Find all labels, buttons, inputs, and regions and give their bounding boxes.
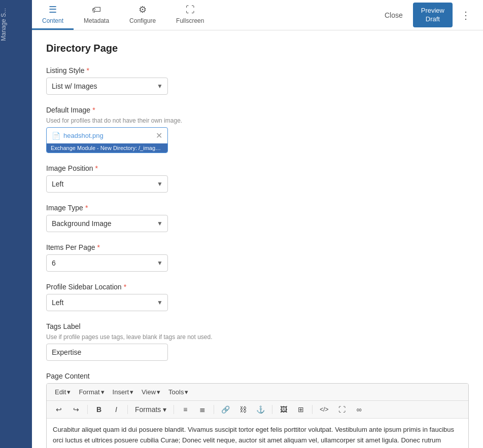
- file-clear-button[interactable]: ✕: [156, 131, 162, 140]
- image-position-required: *: [95, 164, 98, 172]
- sep-1: [87, 405, 88, 414]
- sep-2: [127, 405, 128, 414]
- page-title: Directory Page: [46, 43, 469, 54]
- tags-label-group: Tags Label Use if profile pages use tags…: [46, 322, 469, 361]
- editor-menu-tools[interactable]: Tools ▾: [165, 387, 191, 397]
- editor-content[interactable]: Curabitur aliquet quam id dui posuere bl…: [47, 419, 468, 448]
- editor-menu-format[interactable]: Format ▾: [76, 387, 107, 397]
- manage-label: Manage S...: [0, 0, 7, 49]
- formats-button[interactable]: Formats ▾: [132, 404, 169, 415]
- profile-sidebar-label: Profile Sidebar Location *: [46, 283, 469, 291]
- image-position-select-wrapper: Left Right Center Top ▼: [46, 175, 168, 193]
- tags-label-input[interactable]: [46, 344, 168, 361]
- items-per-page-select-wrapper: 6 10 12 24 All ▼: [46, 254, 168, 272]
- sep-5: [272, 405, 272, 414]
- toolbar-actions: Close PreviewDraft ⋮: [370, 0, 483, 30]
- tab-content[interactable]: ☰ Content: [32, 0, 74, 30]
- file-input-row: 📄 headshot.png ✕: [47, 128, 167, 143]
- anchor-button[interactable]: ⚓: [253, 404, 268, 415]
- fullscreen-tab-icon: ⛶: [186, 5, 195, 15]
- default-image-group: Default Image * Used for profiles that d…: [46, 106, 469, 153]
- configure-icon: ⚙: [139, 4, 147, 15]
- italic-button[interactable]: I: [109, 404, 123, 415]
- tab-fullscreen-label: Fullscreen: [176, 17, 204, 24]
- redo-button[interactable]: ↪: [69, 404, 83, 415]
- tab-fullscreen[interactable]: ⛶ Fullscreen: [166, 0, 214, 30]
- editor-menu-bar: Edit ▾ Format ▾ Insert ▾ View ▾ Tools ▾: [47, 384, 468, 401]
- sep-4: [214, 405, 214, 414]
- items-per-page-select[interactable]: 6 10 12 24 All: [46, 254, 168, 272]
- profile-sidebar-group: Profile Sidebar Location * Left Right No…: [46, 283, 469, 311]
- editor-menu-edit[interactable]: Edit ▾: [52, 387, 74, 397]
- code-button[interactable]: </>: [317, 404, 331, 415]
- modal-body: Directory Page Listing Style * List w/ I…: [32, 30, 483, 448]
- tab-configure-label: Configure: [129, 17, 156, 24]
- file-path: Exchange Module - New Directory: /_image…: [47, 143, 167, 153]
- image-type-label: Image Type *: [46, 204, 469, 212]
- toolbar: ☰ Content 🏷 Metadata ⚙ Configure ⛶ Fulls…: [32, 0, 483, 30]
- more-options-button[interactable]: ⋮: [457, 7, 475, 23]
- tab-metadata[interactable]: 🏷 Metadata: [74, 0, 119, 30]
- profile-sidebar-select-wrapper: Left Right None ▼: [46, 294, 168, 311]
- page-content-label: Page Content: [46, 372, 469, 380]
- file-name: headshot.png: [63, 132, 156, 139]
- image-position-group: Image Position * Left Right Center Top ▼: [46, 164, 469, 193]
- default-image-label: Default Image *: [46, 106, 469, 114]
- tags-label-hint: Use if profile pages use tags, leave bla…: [46, 333, 469, 341]
- image-position-select[interactable]: Left Right Center Top: [46, 175, 168, 193]
- bold-button[interactable]: B: [92, 404, 106, 415]
- preview-draft-button[interactable]: PreviewDraft: [413, 3, 453, 28]
- close-button[interactable]: Close: [378, 8, 409, 22]
- image-type-group: Image Type * Background Image Regular Im…: [46, 204, 469, 232]
- profile-sidebar-select[interactable]: Left Right None: [46, 294, 168, 311]
- listing-style-required: *: [86, 66, 89, 74]
- tab-content-label: Content: [42, 17, 63, 24]
- modal: ☰ Content 🏷 Metadata ⚙ Configure ⛶ Fulls…: [32, 0, 483, 448]
- infinity-button[interactable]: ∞: [352, 404, 366, 415]
- sep-6: [312, 405, 313, 414]
- link-button[interactable]: 🔗: [218, 404, 233, 415]
- page-content-group: Page Content Edit ▾ Format ▾ Insert ▾ Vi…: [46, 372, 469, 448]
- image-type-select-wrapper: Background Image Regular Image Thumbnail…: [46, 215, 168, 232]
- number-list-button[interactable]: ≣: [195, 404, 210, 415]
- editor-menu-view[interactable]: View ▾: [139, 387, 163, 397]
- tab-metadata-label: Metadata: [84, 17, 109, 24]
- undo-button[interactable]: ↩: [52, 404, 66, 415]
- tags-label-label: Tags Label: [46, 322, 469, 330]
- items-per-page-label: Items Per Page *: [46, 243, 469, 251]
- file-input-wrapper: 📄 headshot.png ✕ Exchange Module - New D…: [46, 127, 168, 153]
- format-chevron-icon: ▾: [101, 388, 105, 396]
- insert-image-button[interactable]: 🖼: [277, 404, 291, 415]
- image-type-select[interactable]: Background Image Regular Image Thumbnail: [46, 215, 168, 232]
- content-icon: ☰: [49, 4, 57, 15]
- insert-chevron-icon: ▾: [130, 388, 133, 396]
- editor-wrapper: Edit ▾ Format ▾ Insert ▾ View ▾ Tools ▾ …: [46, 383, 469, 448]
- listing-style-group: Listing Style * List w/ Images Grid List…: [46, 66, 469, 95]
- tab-configure[interactable]: ⚙ Configure: [119, 0, 166, 30]
- formats-chevron-icon: ▾: [163, 405, 166, 414]
- unlink-button[interactable]: ⛓: [236, 404, 250, 415]
- file-icon: 📄: [52, 132, 60, 140]
- sep-3: [174, 405, 174, 414]
- items-per-page-required: *: [97, 243, 100, 251]
- editor-action-bar: ↩ ↪ B I Formats ▾ ≡ ≣ 🔗 ⛓ ⚓: [47, 401, 468, 419]
- default-image-required: *: [92, 106, 95, 114]
- fullscreen-editor-button[interactable]: ⛶: [335, 404, 349, 415]
- tools-chevron-icon: ▾: [185, 388, 188, 396]
- profile-sidebar-required: *: [124, 283, 126, 291]
- default-image-hint: Used for profiles that do not have their…: [46, 117, 469, 124]
- editor-menu-insert[interactable]: Insert ▾: [110, 387, 137, 397]
- bullet-list-button[interactable]: ≡: [178, 404, 192, 415]
- view-chevron-icon: ▾: [157, 388, 160, 396]
- insert-image-grid-button[interactable]: ⊞: [294, 404, 308, 415]
- listing-style-select[interactable]: List w/ Images Grid List Cards: [46, 78, 168, 95]
- listing-style-select-wrapper: List w/ Images Grid List Cards ▼: [46, 78, 168, 95]
- image-type-required: *: [85, 204, 88, 212]
- metadata-icon: 🏷: [92, 5, 101, 15]
- edit-chevron-icon: ▾: [67, 388, 71, 396]
- listing-style-label: Listing Style *: [46, 66, 469, 74]
- image-position-label: Image Position *: [46, 164, 469, 172]
- items-per-page-group: Items Per Page * 6 10 12 24 All ▼: [46, 243, 469, 272]
